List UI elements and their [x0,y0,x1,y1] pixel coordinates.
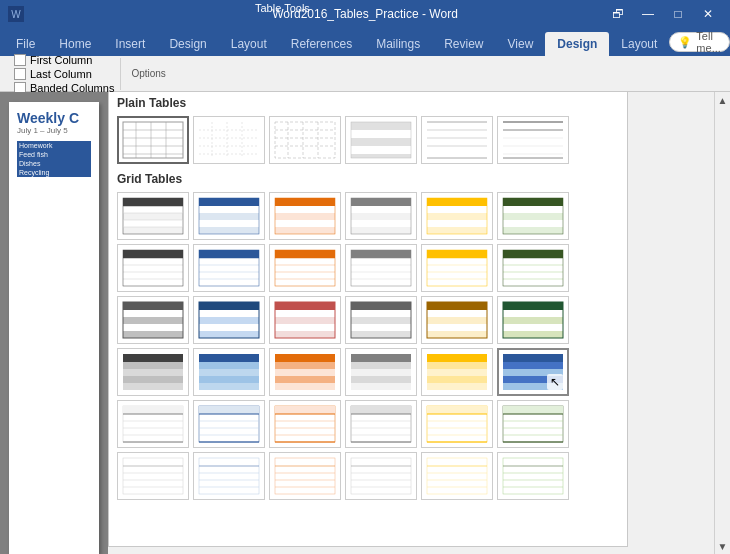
grid-style-5-3[interactable] [269,400,341,448]
grid-style-5-6[interactable] [497,400,569,448]
svg-rect-203 [275,406,335,414]
maximize-button[interactable]: □ [664,0,692,28]
grid-style-5-4[interactable] [345,400,417,448]
tab-view[interactable]: View [496,32,546,56]
svg-rect-58 [275,213,335,220]
grid-style-4-6[interactable]: ↖ [497,348,569,396]
tab-references[interactable]: References [279,32,364,56]
first-column-option[interactable]: First Column [14,53,92,67]
last-column-checkbox[interactable] [14,68,26,80]
grid-3-2-preview [197,300,261,340]
grid-6-4-preview [349,456,413,496]
svg-rect-160 [123,369,183,376]
grid-style-5-2[interactable] [193,400,265,448]
grid-style-2-5[interactable] [421,244,493,292]
svg-rect-51 [199,206,259,213]
grid-style-4-2[interactable] [193,348,265,396]
grid-style-4-1[interactable] [117,348,189,396]
tab-layout-doc[interactable]: Layout [219,32,279,56]
svg-rect-80 [123,250,183,258]
grid-2-3-preview [273,248,337,288]
grid-3-1-preview [121,300,185,340]
tab-review[interactable]: Review [432,32,495,56]
grid-style-1-6[interactable] [497,192,569,240]
svg-rect-161 [123,376,183,383]
tab-table-design[interactable]: Design [545,32,609,56]
svg-rect-78 [503,227,563,234]
tab-insert[interactable]: Insert [103,32,157,56]
svg-rect-210 [351,406,411,414]
svg-rect-180 [427,369,487,376]
plain-5-preview [425,120,489,160]
tab-table-layout[interactable]: Layout [609,32,669,56]
style-item-plain-dashed[interactable] [269,116,341,164]
svg-rect-178 [427,354,487,362]
grid-style-3-4[interactable] [345,296,417,344]
grid-1-2-preview [197,196,261,236]
grid-style-1-2[interactable] [193,192,265,240]
scroll-up-arrow[interactable]: ▲ [715,92,731,108]
grid-style-3-5[interactable] [421,296,493,344]
grid-style-4-4[interactable] [345,348,417,396]
grid-style-6-1[interactable] [117,452,189,500]
grid-style-1-1[interactable] [117,192,189,240]
grid-6-2-preview [197,456,261,496]
grid-style-2-4[interactable] [345,244,417,292]
svg-rect-132 [199,331,259,338]
svg-rect-224 [503,406,563,414]
grid-style-4-5[interactable] [421,348,493,396]
close-button[interactable]: ✕ [694,0,722,28]
grid-style-5-5[interactable] [421,400,493,448]
grid-style-1-4[interactable] [345,192,417,240]
svg-rect-65 [351,220,411,227]
svg-rect-156 [503,331,563,338]
style-item-plain-4[interactable] [345,116,417,164]
style-item-plain-none[interactable] [193,116,265,164]
grid-style-2-1[interactable] [117,244,189,292]
svg-rect-50 [199,198,259,206]
svg-rect-150 [427,331,487,338]
tab-design-doc[interactable]: Design [157,32,218,56]
last-column-option[interactable]: Last Column [14,67,92,81]
minimize-button[interactable]: — [634,0,662,28]
svg-rect-101 [351,250,411,258]
grid-style-6-6[interactable] [497,452,569,500]
svg-rect-170 [275,369,335,376]
scroll-down-arrow[interactable]: ▼ [715,538,731,554]
grid-style-5-1[interactable] [117,400,189,448]
svg-rect-77 [503,220,563,227]
svg-rect-59 [275,220,335,227]
restore-button[interactable]: 🗗 [604,0,632,28]
style-item-plain-6[interactable] [497,116,569,164]
style-item-plain-border[interactable] [117,116,189,164]
svg-rect-131 [199,324,259,331]
grid-style-3-1[interactable] [117,296,189,344]
grid-1-5-preview [425,196,489,236]
grid-style-6-4[interactable] [345,452,417,500]
tell-me-box[interactable]: 💡 Tell me... [669,32,729,52]
grid-4-2-preview [197,352,261,392]
tab-mailings[interactable]: Mailings [364,32,432,56]
grid-style-6-3[interactable] [269,452,341,500]
grid-style-2-3[interactable] [269,244,341,292]
grid-style-3-6[interactable] [497,296,569,344]
grid-style-6-2[interactable] [193,452,265,500]
grid-style-6-5[interactable] [421,452,493,500]
panel-scroll[interactable]: Plain Tables [109,92,627,546]
style-item-plain-5[interactable] [421,116,493,164]
svg-rect-41 [123,206,183,213]
grid-style-1-5[interactable] [421,192,493,240]
title-bar: W Table Tools Word2016_Tables_Practice -… [0,0,730,28]
svg-rect-149 [427,324,487,331]
table-cell: Recycling [17,168,91,177]
grid-6-3-preview [273,456,337,496]
grid-style-4-3[interactable] [269,348,341,396]
grid-style-3-2[interactable] [193,296,265,344]
first-column-checkbox[interactable] [14,54,26,66]
grid-style-2-2[interactable] [193,244,265,292]
plain-dashed-preview [273,120,337,160]
grid-style-3-3[interactable] [269,296,341,344]
cursor-indicator: ↖ [547,374,563,390]
grid-style-1-3[interactable] [269,192,341,240]
grid-style-2-6[interactable] [497,244,569,292]
